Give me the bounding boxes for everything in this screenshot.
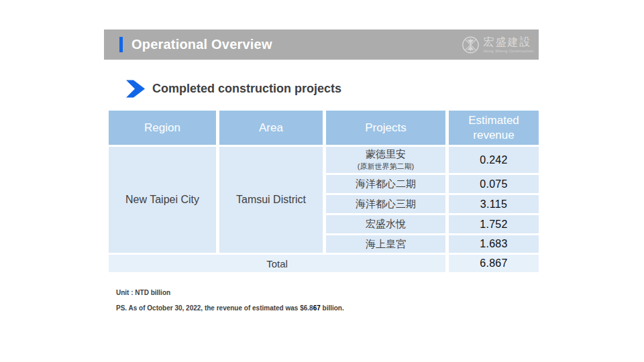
col-header-projects: Projects [326, 111, 445, 145]
revenue-cell: 3.115 [449, 195, 539, 213]
logo-company-subtitle: Hung Sheng Construction [483, 48, 534, 52]
ps-note: PS. As of October 30, 2022, the revenue … [116, 304, 344, 312]
total-label-cell: Total [109, 255, 445, 272]
section-heading: Completed construction projects [126, 80, 341, 98]
ps-note-suffix: billion. [321, 304, 344, 312]
page-title: Operational Overview [131, 37, 272, 52]
revenue-cell: 1.683 [449, 235, 539, 253]
col-header-area: Area [219, 111, 323, 145]
section-heading-label: Completed construction projects [152, 82, 341, 96]
title-bar: Operational Overview 宏盛建設 Hung Sheng Con… [104, 29, 539, 60]
project-cell: 宏盛水悅 [326, 215, 445, 233]
col-header-estimated-revenue: Estimated revenue [449, 111, 539, 145]
project-former-name-note: (原新世界第二期) [358, 162, 414, 172]
revenue-cell: 0.075 [449, 175, 539, 193]
project-name: 蒙德里安 [366, 148, 406, 161]
total-value-cell: 6.867 [449, 255, 539, 272]
project-cell: 海洋都心三期 [326, 195, 445, 213]
logo-text-block: 宏盛建設 Hung Sheng Construction [483, 37, 534, 53]
logo-company-name: 宏盛建設 [483, 37, 534, 48]
revenue-cell: 1.752 [449, 215, 539, 233]
project-cell: 蒙德里安 (原新世界第二期) [326, 147, 445, 173]
chevron-right-icon [126, 80, 145, 98]
compass-emblem-icon [462, 36, 480, 54]
region-cell: New Taipei City [109, 147, 216, 253]
ps-note-bold: 67 [313, 304, 321, 312]
area-cell: Tamsui District [219, 147, 323, 253]
project-cell: 海洋都心二期 [326, 175, 445, 193]
footnotes: Unit : NTD billion PS. As of October 30,… [116, 289, 344, 312]
ps-note-prefix: PS. As of October 30, 2022, the revenue … [116, 304, 313, 312]
company-logo: 宏盛建設 Hung Sheng Construction [462, 36, 534, 54]
unit-note: Unit : NTD billion [116, 289, 344, 297]
col-header-region: Region [109, 111, 216, 145]
revenue-cell: 0.242 [449, 147, 539, 173]
title-accent-bar [119, 37, 123, 52]
project-cell: 海上皇宮 [326, 235, 445, 253]
projects-table: Region Area Projects Estimated revenue N… [109, 111, 539, 272]
